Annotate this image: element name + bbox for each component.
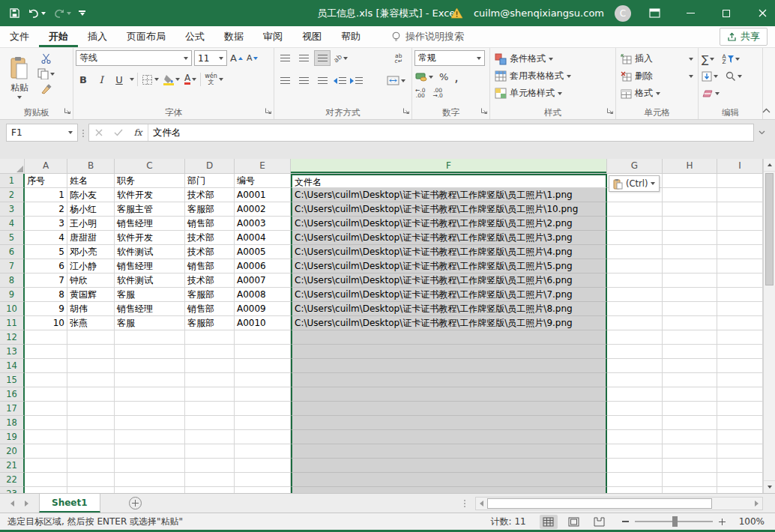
cell-B2[interactable]: 陈小友: [67, 188, 115, 202]
row-header-23[interactable]: 23: [0, 487, 25, 493]
fill-color-button[interactable]: [163, 73, 181, 86]
cell-C18[interactable]: [115, 416, 185, 430]
cell-H23[interactable]: [663, 487, 717, 493]
redo-dropdown-icon[interactable]: [67, 12, 71, 15]
cell-A13[interactable]: [25, 345, 67, 359]
cell-D6[interactable]: 技术部: [185, 245, 235, 259]
cell-H9[interactable]: [663, 288, 717, 302]
cell-D12[interactable]: [185, 330, 235, 345]
cell-A21[interactable]: [25, 459, 67, 473]
format-cells-button[interactable]: 格式: [618, 85, 696, 102]
cell-G22[interactable]: [607, 473, 663, 487]
cell-C11[interactable]: 客服: [115, 316, 185, 330]
cell-G10[interactable]: [607, 302, 663, 316]
cell-C22[interactable]: [115, 473, 185, 487]
cell-F17[interactable]: [291, 402, 607, 416]
row-header-22[interactable]: 22: [0, 473, 25, 487]
cell-E21[interactable]: [235, 459, 291, 473]
decrease-decimal-button[interactable]: .00→.0: [432, 87, 443, 99]
cell-F12[interactable]: [291, 330, 607, 345]
cell-A11[interactable]: 10: [25, 316, 67, 330]
cell-H22[interactable]: [663, 473, 717, 487]
cell-F15[interactable]: [291, 373, 607, 387]
cell-C15[interactable]: [115, 373, 185, 387]
percent-button[interactable]: %: [438, 70, 449, 83]
row-header-19[interactable]: 19: [0, 430, 25, 444]
row-header-18[interactable]: 18: [0, 416, 25, 430]
formula-bar-splitter[interactable]: [78, 124, 88, 137]
save-button[interactable]: [9, 7, 20, 19]
redo-button[interactable]: [53, 8, 71, 19]
underline-caret-icon[interactable]: [130, 78, 134, 81]
cell-A16[interactable]: [25, 387, 67, 402]
cell-F18[interactable]: [291, 416, 607, 430]
cell-F4[interactable]: C:\Users\cuilm\Desktop\证卡证书教程\工作牌竖版\员工照片…: [291, 217, 607, 231]
formula-bar-expand-button[interactable]: [754, 124, 769, 142]
zoom-out-button[interactable]: [622, 521, 629, 522]
cell-G5[interactable]: [607, 231, 663, 245]
tell-me-search[interactable]: 操作说明搜索: [391, 26, 464, 47]
row-header-17[interactable]: 17: [0, 402, 25, 416]
paste-options-button[interactable]: (Ctrl): [609, 175, 660, 192]
cell-B19[interactable]: [67, 430, 115, 444]
cell-G23[interactable]: [607, 487, 663, 493]
delete-cells-button[interactable]: 删除: [618, 67, 696, 85]
increase-indent-button[interactable]: [349, 76, 364, 85]
cell-B3[interactable]: 杨小红: [67, 202, 115, 217]
grow-font-button[interactable]: A: [229, 52, 244, 64]
column-header-I[interactable]: I: [717, 159, 763, 174]
font-name-select[interactable]: 等线: [76, 50, 192, 66]
cell-C7[interactable]: 销售经理: [115, 259, 185, 273]
cell-I17[interactable]: [717, 402, 763, 416]
cell-I8[interactable]: [717, 273, 763, 288]
orientation-button[interactable]: ab: [333, 54, 349, 63]
cell-E6[interactable]: A0005: [235, 245, 291, 259]
cell-A4[interactable]: 3: [25, 217, 67, 231]
zoom-slider-thumb[interactable]: [672, 516, 678, 527]
cell-E18[interactable]: [235, 416, 291, 430]
cell-A15[interactable]: [25, 373, 67, 387]
cell-A7[interactable]: 6: [25, 259, 67, 273]
format-as-table-button[interactable]: 套用表格格式: [492, 67, 613, 85]
cell-H19[interactable]: [663, 430, 717, 444]
decrease-indent-button[interactable]: [333, 76, 347, 85]
cell-B22[interactable]: [67, 473, 115, 487]
number-dialog-launcher[interactable]: [480, 103, 488, 118]
cell-F13[interactable]: [291, 345, 607, 359]
cell-H3[interactable]: [663, 202, 717, 217]
shrink-font-button[interactable]: A: [246, 52, 259, 64]
tab-insert[interactable]: 插入: [78, 26, 117, 47]
cell-C3[interactable]: 客服主管: [115, 202, 185, 217]
cell-B17[interactable]: [67, 402, 115, 416]
row-header-9[interactable]: 9: [0, 288, 25, 302]
comma-button[interactable]: ,: [453, 73, 459, 81]
cell-C1[interactable]: 职务: [115, 174, 185, 188]
cell-D7[interactable]: 销售部: [185, 259, 235, 273]
tab-home[interactable]: 开始: [39, 26, 78, 47]
column-header-D[interactable]: D: [185, 159, 235, 174]
previous-sheet-button[interactable]: [10, 501, 14, 507]
horizontal-scroll-thumb[interactable]: [487, 498, 712, 509]
cell-C16[interactable]: [115, 387, 185, 402]
cell-E23[interactable]: [235, 487, 291, 493]
row-header-10[interactable]: 10: [0, 302, 25, 316]
cell-I22[interactable]: [717, 473, 763, 487]
tab-scrollbar-splitter[interactable]: [462, 497, 468, 510]
row-header-6[interactable]: 6: [0, 245, 25, 259]
zoom-slider[interactable]: [635, 521, 713, 522]
cell-D2[interactable]: 技术部: [185, 188, 235, 202]
font-dialog-launcher[interactable]: [265, 103, 272, 118]
align-top-button[interactable]: [277, 50, 293, 66]
cell-H16[interactable]: [663, 387, 717, 402]
row-header-12[interactable]: 12: [0, 330, 25, 345]
account-email[interactable]: cuilm@shenqixiangsu.com: [474, 7, 604, 19]
undo-dropdown-icon[interactable]: [41, 12, 46, 15]
row-header-8[interactable]: 8: [0, 273, 25, 288]
cell-G21[interactable]: [607, 459, 663, 473]
next-sheet-button[interactable]: [25, 501, 28, 507]
cell-F23[interactable]: [291, 487, 607, 493]
cell-E10[interactable]: A0009: [235, 302, 291, 316]
accounting-format-button[interactable]: [414, 71, 434, 82]
cell-A20[interactable]: [25, 444, 67, 459]
horizontal-scrollbar[interactable]: [475, 497, 763, 510]
